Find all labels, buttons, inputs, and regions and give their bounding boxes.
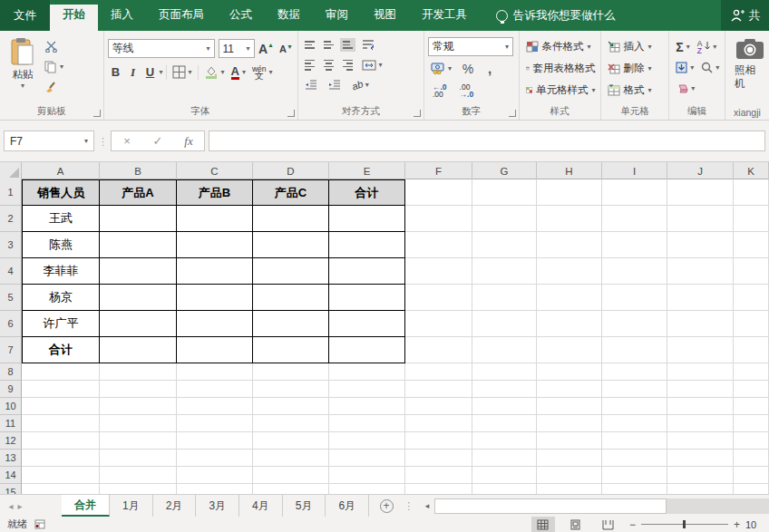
cell-G6[interactable] <box>472 311 537 337</box>
cell-D9[interactable] <box>253 381 329 398</box>
cell-J9[interactable] <box>667 381 734 398</box>
cell-G3[interactable] <box>472 232 537 258</box>
cell-A2[interactable]: 王武 <box>22 206 100 232</box>
cell-F11[interactable] <box>405 415 472 432</box>
tab-developer[interactable]: 开发工具 <box>409 0 480 31</box>
cell-A1[interactable]: 销售人员 <box>22 179 100 206</box>
cell-K12[interactable] <box>734 432 769 450</box>
cell-C14[interactable] <box>177 467 253 484</box>
cell-K14[interactable] <box>734 467 769 484</box>
row-header-3[interactable]: 3 <box>0 232 22 258</box>
cell-J3[interactable] <box>667 232 734 258</box>
bold-button[interactable]: B <box>108 65 124 79</box>
column-header-D[interactable]: D <box>253 162 329 179</box>
merge-center-button[interactable]: ▾ <box>359 55 385 74</box>
cell-J14[interactable] <box>667 467 734 484</box>
zoom-out-button[interactable]: − <box>629 518 636 531</box>
cell-F2[interactable] <box>405 206 472 232</box>
zoom-percentage[interactable]: 10 <box>745 519 762 530</box>
find-select-button[interactable]: ▾ <box>698 58 722 77</box>
cut-button[interactable] <box>42 37 66 56</box>
zoom-slider-thumb[interactable] <box>683 520 686 528</box>
cell-E6[interactable] <box>329 311 405 337</box>
cell-H14[interactable] <box>537 467 602 484</box>
cell-styles-button[interactable]: 单元格样式 ▾ <box>523 81 599 100</box>
share-button[interactable]: 共 <box>721 0 769 31</box>
cell-H7[interactable] <box>537 337 602 363</box>
cell-B13[interactable] <box>100 450 177 467</box>
cell-A4[interactable]: 李菲菲 <box>22 258 100 285</box>
cell-C7[interactable] <box>177 337 253 363</box>
fill-color-button[interactable]: ▾ <box>201 63 228 82</box>
delete-cells-button[interactable]: 删除 ▾ <box>605 59 667 78</box>
cell-A9[interactable] <box>22 381 100 398</box>
cell-B9[interactable] <box>100 381 177 398</box>
cell-E13[interactable] <box>329 450 405 467</box>
cell-D13[interactable] <box>253 450 329 467</box>
cell-B15[interactable] <box>100 484 177 494</box>
insert-function-button[interactable]: fx <box>173 134 204 149</box>
formula-bar-splitter[interactable]: ⋮ <box>98 140 107 143</box>
sheet-tab-2月[interactable]: 2月 <box>153 495 197 517</box>
cell-K1[interactable] <box>734 179 769 206</box>
comma-button[interactable]: , <box>482 61 498 76</box>
sheet-bar-splitter[interactable]: ⋮ <box>404 504 413 508</box>
format-painter-button[interactable] <box>42 77 66 96</box>
column-header-C[interactable]: C <box>177 162 253 179</box>
row-header-2[interactable]: 2 <box>0 206 22 232</box>
cell-F14[interactable] <box>405 467 472 484</box>
cell-C11[interactable] <box>177 415 253 432</box>
cell-A8[interactable] <box>22 363 100 381</box>
cell-K7[interactable] <box>734 337 769 363</box>
cell-F5[interactable] <box>405 285 472 311</box>
cell-I7[interactable] <box>602 337 667 363</box>
font-dialog-launcher[interactable] <box>287 110 295 117</box>
align-right-button[interactable] <box>340 57 355 73</box>
cell-C2[interactable] <box>177 206 253 232</box>
cell-K9[interactable] <box>734 381 769 398</box>
cell-I15[interactable] <box>602 484 667 494</box>
cell-A10[interactable] <box>22 398 100 415</box>
cell-J7[interactable] <box>667 337 734 363</box>
cell-J11[interactable] <box>667 415 734 432</box>
column-header-F[interactable]: F <box>405 162 472 179</box>
cell-E3[interactable] <box>329 232 405 258</box>
cell-A13[interactable] <box>22 450 100 467</box>
autosum-button[interactable]: Σ▾ <box>673 37 692 56</box>
cell-J5[interactable] <box>667 285 734 311</box>
cell-E9[interactable] <box>329 381 405 398</box>
cell-I3[interactable] <box>602 232 667 258</box>
cell-K11[interactable] <box>734 415 769 432</box>
cell-D12[interactable] <box>253 432 329 450</box>
cell-G8[interactable] <box>472 363 537 381</box>
clear-button[interactable]: ▾ <box>673 79 697 98</box>
column-header-H[interactable]: H <box>537 162 602 179</box>
sheet-tab-1月[interactable]: 1月 <box>110 495 153 517</box>
page-break-view-button[interactable] <box>597 517 620 532</box>
copy-button[interactable]: ▾ <box>42 57 66 76</box>
cell-H10[interactable] <box>537 398 602 415</box>
cell-A5[interactable]: 杨京 <box>22 285 100 311</box>
cell-I1[interactable] <box>602 179 667 206</box>
cell-A3[interactable]: 陈燕 <box>22 232 100 258</box>
sheet-tab-5月[interactable]: 5月 <box>283 495 326 517</box>
cell-J4[interactable] <box>667 258 734 285</box>
cell-E12[interactable] <box>329 432 405 450</box>
cell-B4[interactable] <box>100 258 177 285</box>
column-header-B[interactable]: B <box>100 162 177 179</box>
phonetic-button[interactable]: wén文 ▾ <box>249 63 276 82</box>
scrollbar-thumb[interactable] <box>434 498 667 514</box>
cell-I8[interactable] <box>602 363 667 381</box>
row-header-11[interactable]: 11 <box>0 415 22 432</box>
tell-me-box[interactable]: 告诉我你想要做什么 <box>496 0 616 31</box>
cell-C8[interactable] <box>177 363 253 381</box>
cell-F7[interactable] <box>405 337 472 363</box>
cell-H11[interactable] <box>537 415 602 432</box>
cell-A6[interactable]: 许广平 <box>22 311 100 337</box>
cell-G11[interactable] <box>472 415 537 432</box>
sort-filter-button[interactable]: AZ ▾ <box>695 37 720 56</box>
cell-A15[interactable] <box>22 484 100 494</box>
cell-B12[interactable] <box>100 432 177 450</box>
underline-dropdown-arrow[interactable]: ▾ <box>160 68 163 76</box>
cell-B7[interactable] <box>100 337 177 363</box>
